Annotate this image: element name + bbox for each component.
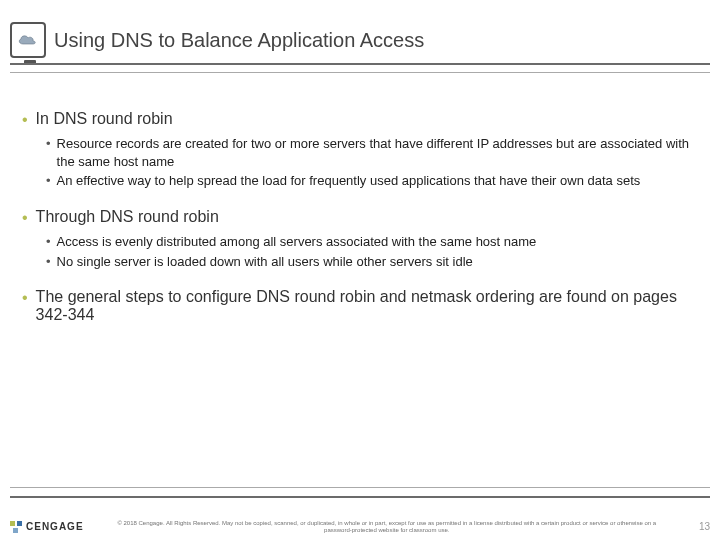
bullet-group: In DNS round robin Resource records are … (22, 110, 698, 190)
slide-title: Using DNS to Balance Application Access (54, 29, 424, 52)
divider-top-thin (10, 72, 710, 73)
brand-logo: CENGAGE (10, 521, 84, 533)
bullet-l1: In DNS round robin (22, 110, 698, 129)
page-number: 13 (690, 521, 710, 532)
bullet-l2: Access is evenly distributed among all s… (46, 233, 698, 251)
slide: Using DNS to Balance Application Access … (0, 0, 720, 540)
bullet-text: No single server is loaded down with all… (57, 253, 473, 271)
bullet-group: The general steps to configure DNS round… (22, 288, 698, 324)
title-area: Using DNS to Balance Application Access (10, 22, 710, 58)
body-content: In DNS round robin Resource records are … (22, 110, 698, 342)
bullet-l2: Resource records are created for two or … (46, 135, 698, 170)
divider-bottom-thick (10, 496, 710, 498)
copyright-text: © 2018 Cengage. All Rights Reserved. May… (84, 520, 690, 534)
bullet-text: Access is evenly distributed among all s… (57, 233, 537, 251)
cloud-icon (16, 32, 40, 48)
bullet-l2: No single server is loaded down with all… (46, 253, 698, 271)
divider-bottom-thin (10, 487, 710, 488)
bullet-text: In DNS round robin (36, 110, 173, 129)
footer: CENGAGE © 2018 Cengage. All Rights Reser… (0, 520, 720, 534)
bullet-text: Resource records are created for two or … (57, 135, 698, 170)
bullet-l1: Through DNS round robin (22, 208, 698, 227)
cloud-monitor-icon (10, 22, 46, 58)
bullet-text: The general steps to configure DNS round… (36, 288, 698, 324)
bullet-l2: An effective way to help spread the load… (46, 172, 698, 190)
bullet-text: Through DNS round robin (36, 208, 219, 227)
bullet-group: Through DNS round robin Access is evenly… (22, 208, 698, 270)
bullet-text: An effective way to help spread the load… (57, 172, 641, 190)
brand-mark-icon (10, 521, 22, 533)
brand-name: CENGAGE (26, 521, 84, 532)
bullet-l1: The general steps to configure DNS round… (22, 288, 698, 324)
divider-top-thick (10, 63, 710, 65)
